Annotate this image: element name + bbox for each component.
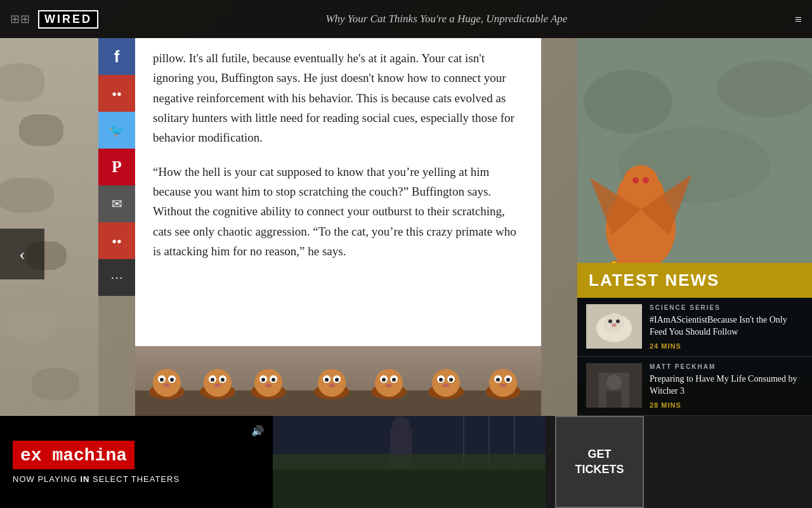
news-text-1: SCIENCE SERIES #IAmAScientistBecause Isn… [650, 304, 803, 350]
svg-point-16 [254, 369, 282, 397]
news-category-2: MATT PECKHAM [650, 363, 803, 370]
svg-rect-90 [273, 454, 546, 470]
svg-point-77 [612, 323, 617, 327]
top-navbar: ⊞⊞ WIRED Why Your Cat Thinks You're a Hu… [0, 0, 812, 38]
email-icon: ✉ [112, 196, 122, 211]
wired-logo[interactable]: WIRED [38, 10, 98, 29]
latest-news-header: LATEST NEWS [577, 263, 812, 298]
svg-point-75 [608, 319, 612, 323]
svg-point-5 [160, 378, 164, 382]
ex-machina-logo: ex machina [13, 441, 134, 469]
news-image-2 [586, 363, 642, 408]
latest-news-panel: LATEST NEWS SCIENCE SERIES #IAmAScientis… [577, 263, 812, 416]
left-rocks-bg [0, 38, 98, 416]
news-headline-2: Preparing to Have My Life Consumed by Wi… [650, 373, 803, 398]
svg-point-7 [164, 384, 170, 387]
svg-point-23 [318, 369, 346, 397]
article-title: Why Your Cat Thinks You're a Huge, Unpre… [98, 13, 795, 25]
ad-scene-section [273, 416, 546, 508]
svg-point-33 [382, 378, 386, 382]
menu-icon[interactable]: ≡ [795, 12, 802, 27]
svg-point-40 [439, 378, 443, 382]
svg-point-48 [506, 378, 510, 382]
count-icon-2: ●● [112, 236, 122, 246]
article-paragraph-2: “How the hell is your cat supposed to kn… [153, 162, 523, 262]
news-time-1: 24 MINS [650, 342, 803, 350]
svg-point-58 [584, 70, 672, 133]
news-item-2[interactable]: MATT PECKHAM Preparing to Have My Life C… [577, 357, 812, 416]
social-sidebar: f ●● 🐦 P ✉ ●● ⋯ [98, 38, 135, 296]
pinterest-share-button[interactable]: P [98, 149, 135, 185]
article-image-strip [135, 346, 541, 416]
ad-tagline: NOW PLAYING IN SELECT THEATERS [13, 474, 260, 484]
ad-inner: 🔊 ex machina NOW PLAYING IN SELECT THEAT… [0, 416, 555, 508]
svg-point-44 [489, 369, 517, 397]
svg-point-20 [272, 378, 275, 382]
news-item-1[interactable]: SCIENCE SERIES #IAmAScientistBecause Isn… [577, 298, 812, 357]
news-text-2: MATT PECKHAM Preparing to Have My Life C… [650, 363, 803, 409]
svg-point-9 [204, 369, 232, 397]
more-share-button[interactable]: ⋯ [98, 259, 135, 296]
svg-point-65 [632, 177, 639, 184]
count-icon: ●● [112, 89, 122, 98]
sound-icon[interactable]: 🔊 [251, 425, 264, 437]
svg-point-14 [214, 384, 221, 387]
svg-point-42 [443, 384, 449, 387]
svg-point-34 [392, 378, 396, 382]
article-body: pillow. It's all futile, because eventua… [135, 38, 541, 288]
news-image-1 [586, 304, 642, 349]
svg-point-47 [496, 378, 500, 382]
news-category-1: SCIENCE SERIES [650, 304, 803, 311]
svg-point-30 [375, 369, 403, 397]
svg-point-26 [325, 378, 329, 382]
svg-rect-89 [273, 467, 546, 508]
ad-banner: 🔊 ex machina NOW PLAYING IN SELECT THEAT… [0, 416, 812, 508]
share-count-button-1[interactable]: ●● [98, 75, 135, 112]
svg-point-49 [500, 384, 506, 387]
svg-point-64 [623, 165, 658, 201]
svg-point-13 [221, 378, 225, 382]
svg-point-28 [329, 384, 335, 387]
pokemon-strip-svg [135, 346, 541, 416]
news-headline-1: #IAmAScientistBecause Isn't the Only Fee… [650, 314, 803, 338]
svg-point-66 [643, 177, 649, 184]
get-tickets-label: GETTICKETS [575, 447, 624, 477]
svg-point-2 [153, 369, 181, 397]
twitter-icon: 🐦 [109, 123, 125, 138]
svg-point-12 [211, 378, 214, 382]
article-paragraph-1: pillow. It's all futile, because eventua… [153, 48, 523, 148]
get-tickets-button[interactable]: GETTICKETS [555, 416, 644, 508]
news-thumb-2 [586, 363, 642, 408]
ad-scene [273, 416, 546, 508]
grid-icon[interactable]: ⊞⊞ [10, 12, 30, 26]
chevron-left-icon: ‹ [19, 244, 25, 264]
more-icon: ⋯ [110, 270, 123, 285]
svg-point-21 [265, 384, 272, 387]
news-thumb-1 [586, 304, 642, 349]
email-share-button[interactable]: ✉ [98, 185, 135, 222]
svg-point-27 [335, 378, 339, 382]
back-arrow-button[interactable]: ‹ [0, 229, 44, 279]
ad-scene-svg [273, 416, 546, 508]
latest-news-title: LATEST NEWS [589, 271, 801, 290]
svg-point-35 [386, 384, 392, 387]
pinterest-icon: P [112, 157, 122, 177]
right-sidebar: LATEST NEWS SCIENCE SERIES #IAmAScientis… [577, 38, 812, 416]
svg-rect-81 [606, 391, 622, 408]
svg-point-85 [392, 417, 410, 434]
news-time-2: 28 MINS [650, 401, 803, 409]
svg-point-76 [616, 319, 620, 323]
svg-point-37 [432, 369, 460, 397]
svg-point-41 [449, 378, 453, 382]
ad-movie-section: 🔊 ex machina NOW PLAYING IN SELECT THEAT… [0, 416, 273, 508]
svg-point-80 [606, 375, 622, 390]
movie-title-text: ex machina [20, 446, 127, 465]
facebook-icon: f [114, 47, 120, 67]
twitter-share-button[interactable]: 🐦 [98, 112, 135, 149]
share-count-button-2[interactable]: ●● [98, 222, 135, 259]
facebook-share-button[interactable]: f [98, 38, 135, 75]
svg-point-19 [261, 378, 265, 382]
svg-point-6 [170, 378, 174, 382]
